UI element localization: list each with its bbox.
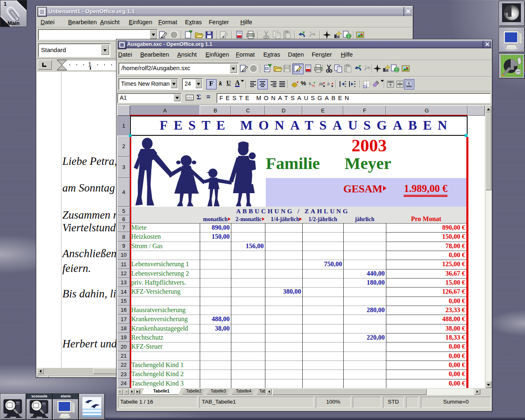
svg-text:,0: ,0 <box>326 82 330 86</box>
svg-text:%: % <box>312 84 315 88</box>
svg-text:,00: ,00 <box>318 82 324 86</box>
